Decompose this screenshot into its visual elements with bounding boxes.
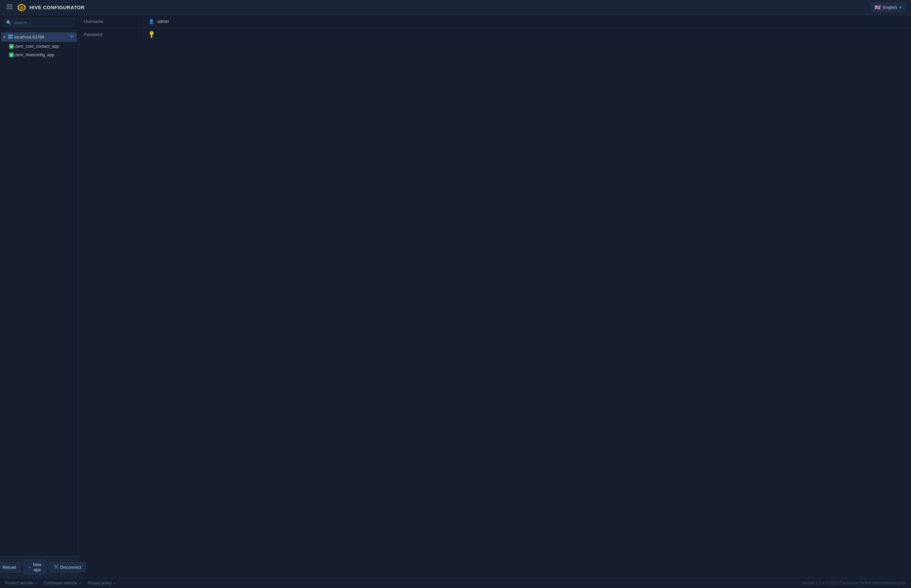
search-icon: 🔍 <box>6 20 11 25</box>
language-flag-icon: 🇬🇧 <box>874 4 881 10</box>
search-input[interactable] <box>13 20 72 25</box>
password-field-value: 🔑 <box>144 28 911 41</box>
header-left: HIVE CONFIGURATOR <box>5 3 85 12</box>
app-tree-item-1[interactable]: zero_hiveconfig_app <box>1 51 77 59</box>
main-layout: 🔍 ▼ localhost:63789 <box>0 15 911 578</box>
app-label-0: zero_coid_contact_app <box>15 44 59 48</box>
new-app-button[interactable]: + New app <box>24 560 47 575</box>
language-selector[interactable]: 🇬🇧 English ▼ <box>871 3 906 12</box>
external-link-icon-1: ↗ <box>34 582 37 585</box>
footer-links: Product website ↗ Cordaware website ↗ Pr… <box>5 581 115 585</box>
search-input-wrapper: 🔍 <box>3 18 75 27</box>
sidebar-bottom-bar: ↻ Reload + New app Disconnect <box>0 556 78 578</box>
svg-rect-0 <box>6 5 13 5</box>
external-link-icon-2: ↗ <box>78 582 81 585</box>
new-app-label: New app <box>33 562 42 572</box>
username-row: Username 👤 admin <box>78 15 911 28</box>
password-row: Password 🔑 <box>78 28 911 41</box>
cordaware-website-label: Cordaware website <box>44 581 77 585</box>
chevron-down-icon: ▼ <box>3 35 6 39</box>
cordaware-website-link[interactable]: Cordaware website ↗ <box>44 581 81 585</box>
version-text: Version 2.0.4 © 2023 Cordaware GmbH Info… <box>802 581 906 585</box>
tree-container: ▼ localhost:63789 <box>0 31 78 556</box>
sidebar-toggle-button[interactable] <box>5 3 14 12</box>
app-icon-0 <box>9 44 14 48</box>
username-value: admin <box>157 19 169 24</box>
app-title: HIVE CONFIGURATOR <box>29 5 85 10</box>
plus-icon: + <box>28 565 31 570</box>
content-main: Username 👤 admin Password 🔑 <box>78 15 911 578</box>
server-icon <box>8 34 13 40</box>
language-label: English <box>883 5 897 10</box>
app-tree-item-0[interactable]: zero_coid_contact_app <box>1 42 77 50</box>
chevron-down-icon: ▼ <box>899 6 902 9</box>
username-field-label: Username <box>78 15 144 28</box>
header-right: 🇬🇧 English ▼ <box>871 3 906 12</box>
key-icon: 🔑 <box>147 30 156 39</box>
svg-rect-11 <box>9 53 14 57</box>
reload-icon: ↻ <box>0 565 1 570</box>
svg-rect-2 <box>6 8 13 9</box>
svg-point-8 <box>12 35 13 36</box>
app-logo <box>17 3 26 12</box>
password-field-label: Password <box>78 28 144 41</box>
app-icon-1 <box>9 53 14 57</box>
disconnect-label: Disconnect <box>60 565 81 570</box>
external-link-icon-3: ↗ <box>113 582 115 585</box>
footer: Product website ↗ Cordaware website ↗ Pr… <box>0 578 911 588</box>
app-label-1: zero_hiveconfig_app <box>15 52 54 57</box>
server-label: localhost:63789 <box>15 35 44 40</box>
user-icon: 👤 <box>149 19 155 24</box>
product-website-link[interactable]: Product website ↗ <box>5 581 37 585</box>
privacy-policy-label: Privacy policy <box>87 581 112 585</box>
product-website-label: Product website <box>5 581 33 585</box>
content-area: Username 👤 admin Password 🔑 <box>78 15 911 578</box>
svg-rect-1 <box>6 6 13 7</box>
privacy-policy-link[interactable]: Privacy policy ↗ <box>87 581 115 585</box>
svg-point-9 <box>12 37 13 38</box>
reload-label: Reload <box>3 565 16 570</box>
search-container: 🔍 <box>0 15 78 31</box>
header: HIVE CONFIGURATOR 🇬🇧 English ▼ <box>0 0 911 15</box>
reload-button[interactable]: ↻ Reload <box>0 562 21 572</box>
wifi-icon <box>69 35 74 40</box>
sidebar: 🔍 ▼ localhost:63789 <box>0 15 78 578</box>
server-tree-item[interactable]: ▼ localhost:63789 <box>1 32 77 42</box>
disconnect-icon <box>54 564 58 570</box>
svg-rect-10 <box>9 44 14 48</box>
username-field-value: 👤 admin <box>144 15 911 28</box>
